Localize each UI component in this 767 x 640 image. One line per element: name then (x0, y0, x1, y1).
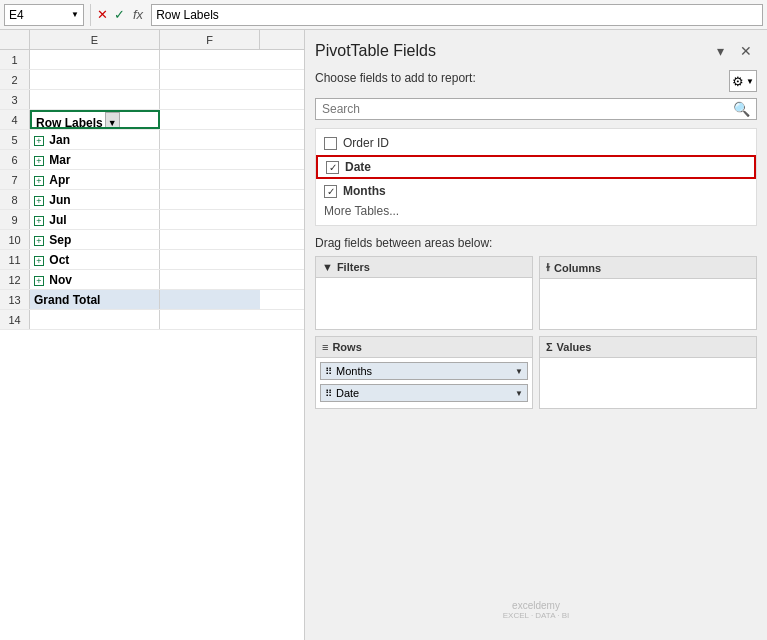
values-area-header: Σ Values (540, 337, 756, 358)
grand-total-label: Grand Total (34, 293, 100, 307)
drag-areas: ▼ Filters ⫳ Columns ≡ Rows (315, 256, 757, 409)
drag-area-rows[interactable]: ≡ Rows ⠿ Months ▼ ⠿ Date ▼ (315, 336, 533, 409)
months-field-label: Months (336, 365, 511, 377)
filters-area-body[interactable] (316, 278, 532, 328)
pivot-panel-title: PivotTable Fields (315, 42, 436, 60)
formula-bar-divider (90, 4, 91, 26)
row-num-header (0, 30, 30, 49)
cell-ref-value: E4 (9, 8, 24, 22)
expand-button[interactable]: + (34, 236, 44, 246)
row-labels-text: Row Labels (36, 113, 103, 129)
values-area-body[interactable] (540, 358, 756, 408)
formula-input[interactable] (151, 4, 763, 26)
drag-area-columns[interactable]: ⫳ Columns (539, 256, 757, 330)
field-item-date[interactable]: Date (316, 155, 756, 179)
field-list: Order ID Date Months More Tables... (315, 128, 757, 226)
field-checkbox-months[interactable] (324, 185, 337, 198)
rows-field-months[interactable]: ⠿ Months ▼ (320, 362, 528, 380)
field-checkbox-date[interactable] (326, 161, 339, 174)
more-tables-label: More Tables... (324, 204, 399, 218)
table-row: 14 (0, 310, 304, 330)
field-label-order-id: Order ID (343, 136, 389, 150)
table-row-header: 4 Row Labels ▼ (0, 110, 304, 130)
drag-area-values[interactable]: Σ Values (539, 336, 757, 409)
months-field-dropdown[interactable]: ▼ (515, 367, 523, 376)
table-row: 9 + Jul (0, 210, 304, 230)
rows-area: 1 2 3 4 Row Labels (0, 50, 304, 640)
gear-icon: ⚙ (732, 74, 744, 89)
rows-label: Rows (332, 341, 361, 353)
col-header-e: E (30, 30, 160, 49)
search-input[interactable] (322, 102, 733, 116)
gear-dropdown-arrow: ▼ (746, 77, 754, 86)
drag-area-filters[interactable]: ▼ Filters (315, 256, 533, 330)
field-label-date: Date (345, 160, 371, 174)
more-tables-link[interactable]: More Tables... (316, 201, 756, 221)
expand-button[interactable]: + (34, 216, 44, 226)
spreadsheet: E F 1 2 3 4 (0, 30, 305, 640)
field-item-months[interactable]: Months (316, 181, 756, 201)
fx-label: fx (133, 7, 143, 22)
table-row-grand-total: 13 Grand Total (0, 290, 304, 310)
table-row: 1 (0, 50, 304, 70)
search-icon: 🔍 (733, 101, 750, 117)
formula-bar: E4 ▼ ✕ ✓ fx (0, 0, 767, 30)
months-drag-icon: ⠿ (325, 366, 332, 377)
filter-dropdown-icon[interactable]: ▼ (105, 112, 120, 129)
expand-button[interactable]: + (34, 256, 44, 266)
table-row: 5 + Jan (0, 130, 304, 150)
search-box: 🔍 (315, 98, 757, 120)
columns-icon: ⫳ (546, 261, 550, 274)
settings-button[interactable]: ⚙ ▼ (729, 70, 757, 92)
table-row: 2 (0, 70, 304, 90)
filter-icon: ▼ (322, 261, 333, 273)
field-item-order-id[interactable]: Order ID (316, 133, 756, 153)
cell-reference-box[interactable]: E4 ▼ (4, 4, 84, 26)
pivot-panel-header: PivotTable Fields ▾ ✕ (315, 40, 757, 62)
table-row: 8 + Jun (0, 190, 304, 210)
cell-ref-dropdown-icon[interactable]: ▼ (71, 10, 79, 19)
field-label-months: Months (343, 184, 386, 198)
expand-button[interactable]: + (34, 196, 44, 206)
row-labels-cell: Row Labels ▼ (36, 112, 154, 129)
date-field-dropdown[interactable]: ▼ (515, 389, 523, 398)
main-area: E F 1 2 3 4 (0, 30, 767, 640)
drag-section-label: Drag fields between areas below: (315, 236, 757, 250)
filters-label: Filters (337, 261, 370, 273)
expand-button[interactable]: + (34, 176, 44, 186)
table-row: 11 + Oct (0, 250, 304, 270)
table-row: 10 + Sep (0, 230, 304, 250)
formula-bar-actions: ✕ ✓ (97, 7, 125, 22)
pivot-table-panel: PivotTable Fields ▾ ✕ Choose fields to a… (305, 30, 767, 640)
column-headers: E F (0, 30, 304, 50)
expand-button[interactable]: + (34, 136, 44, 146)
pivot-header-icons: ▾ ✕ (709, 40, 757, 62)
expand-button[interactable]: + (34, 156, 44, 166)
rows-area-header: ≡ Rows (316, 337, 532, 358)
expand-button[interactable]: + (34, 276, 44, 286)
rows-icon: ≡ (322, 341, 328, 353)
columns-area-header: ⫳ Columns (540, 257, 756, 279)
values-label: Values (557, 341, 592, 353)
watermark: exceldemy EXCEL · DATA · BI (503, 600, 570, 620)
close-panel-button[interactable]: ✕ (735, 40, 757, 62)
columns-area-body[interactable] (540, 279, 756, 329)
table-row: 3 (0, 90, 304, 110)
col-header-f: F (160, 30, 260, 49)
table-row: 7 + Apr (0, 170, 304, 190)
pivot-subtitle: Choose fields to add to report: (315, 71, 476, 85)
columns-label: Columns (554, 262, 601, 274)
date-field-label: Date (336, 387, 511, 399)
filters-area-header: ▼ Filters (316, 257, 532, 278)
rows-area-body[interactable]: ⠿ Months ▼ ⠿ Date ▼ (316, 358, 532, 408)
rows-field-date[interactable]: ⠿ Date ▼ (320, 384, 528, 402)
collapse-panel-button[interactable]: ▾ (709, 40, 731, 62)
table-row: 12 + Nov (0, 270, 304, 290)
date-drag-icon: ⠿ (325, 388, 332, 399)
values-icon: Σ (546, 341, 553, 353)
cancel-icon[interactable]: ✕ (97, 7, 108, 22)
table-row: 6 + Mar (0, 150, 304, 170)
confirm-icon[interactable]: ✓ (114, 7, 125, 22)
field-checkbox-order-id[interactable] (324, 137, 337, 150)
